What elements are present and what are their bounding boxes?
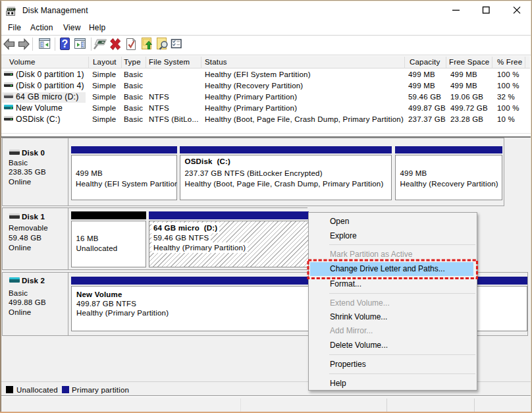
svg-text:?: ? bbox=[62, 38, 68, 49]
